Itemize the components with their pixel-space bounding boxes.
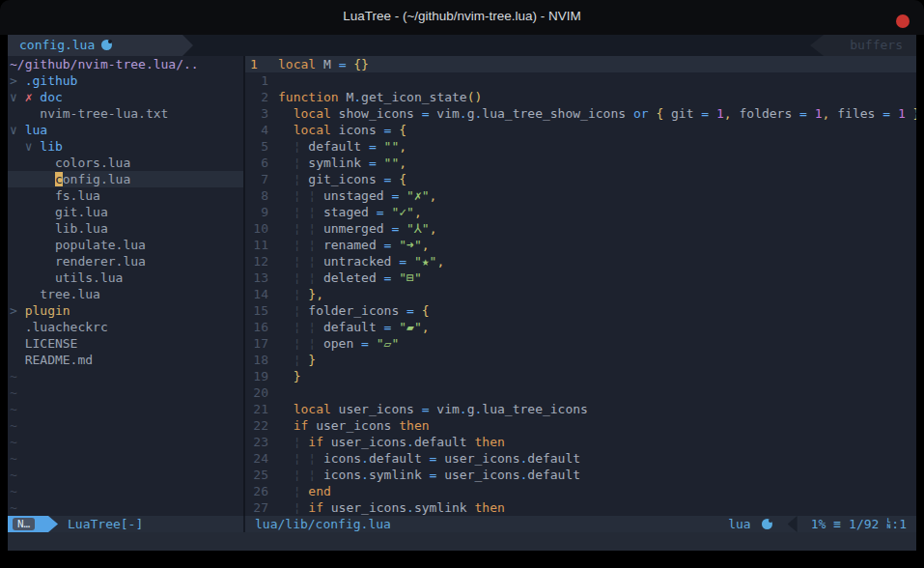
token-g: ¦ bbox=[308, 468, 316, 482]
code-line[interactable]: 1local M = {} bbox=[245, 56, 916, 72]
code-line[interactable]: 12 ¦ ¦ untracked = "★", bbox=[245, 253, 916, 270]
line-number: 17 bbox=[245, 335, 268, 352]
token-o: = bbox=[882, 106, 890, 121]
tree-item[interactable]: .luacheckrc bbox=[8, 319, 243, 335]
token-k: function bbox=[278, 90, 339, 104]
tree-item[interactable]: ∨ lib bbox=[8, 138, 243, 155]
token-i: git bbox=[663, 106, 701, 121]
token-i bbox=[414, 303, 422, 318]
token-b: { bbox=[422, 303, 430, 318]
code-line[interactable]: 1 bbox=[245, 72, 916, 89]
code-line[interactable]: 21 local user_icons = vim.g.lua_tree_ico… bbox=[245, 401, 916, 417]
token-file: .luacheckrc bbox=[10, 320, 108, 334]
code-text: ¦ ¦ icons.default = user_icons.default bbox=[278, 450, 580, 467]
token-i bbox=[278, 106, 294, 121]
code-line[interactable]: 22 if user_icons then bbox=[245, 417, 916, 434]
tab-config-lua[interactable]: config.lua bbox=[8, 35, 193, 56]
line-number: 26 bbox=[245, 483, 268, 499]
code-line[interactable]: 19 } bbox=[245, 368, 916, 384]
token-i bbox=[369, 336, 377, 351]
line-number: 6 bbox=[245, 155, 268, 171]
tree-item[interactable]: README.md bbox=[8, 352, 243, 368]
code-line[interactable]: 9 ¦ ¦ staged = "✓", bbox=[245, 204, 916, 220]
code-text: local user_icons = vim.g.lua_tree_icons bbox=[278, 401, 588, 417]
token-i bbox=[890, 106, 898, 121]
tree-item[interactable]: > plugin bbox=[8, 302, 243, 319]
app-window: LuaTree - (~/github/nvim-tree.lua) - NVI… bbox=[0, 0, 924, 568]
code-text: ¦ default = "", bbox=[278, 138, 406, 155]
code-line[interactable]: 10 ¦ ¦ unmerged = "⅄", bbox=[245, 220, 916, 237]
code-line[interactable]: 18 ¦ } bbox=[245, 352, 916, 368]
tree-item[interactable]: fs.lua bbox=[8, 187, 243, 204]
buffers-section[interactable]: buffers bbox=[810, 35, 916, 56]
tab-label: config.lua bbox=[19, 38, 95, 52]
token-i bbox=[278, 500, 294, 515]
code-line[interactable]: 26 ¦ end bbox=[245, 483, 916, 499]
code-line[interactable]: 17 ¦ ¦ open = "▱" bbox=[245, 335, 916, 352]
code-line[interactable]: 25 ¦ ¦ icons.symlink = user_icons.defaul… bbox=[245, 467, 916, 483]
token-o: = bbox=[369, 156, 377, 170]
code-line[interactable]: 14 ¦ }, bbox=[245, 286, 916, 302]
tabline: config.lua buffers bbox=[8, 35, 916, 56]
tree-item[interactable]: lib.lua bbox=[8, 220, 243, 237]
token-g: ¦ bbox=[308, 451, 316, 466]
tree-item[interactable]: nvim-tree-lua.txt bbox=[8, 105, 243, 122]
tree-item[interactable]: tree.lua bbox=[8, 286, 243, 302]
close-button[interactable] bbox=[896, 14, 910, 28]
token-chev: > bbox=[10, 303, 25, 318]
tree-item[interactable]: ~/github/nvim-tree.lua/.. bbox=[8, 56, 243, 72]
token-chev: > bbox=[10, 73, 25, 88]
code-line[interactable]: 6 ¦ symlink = "", bbox=[245, 155, 916, 171]
command-line[interactable] bbox=[8, 532, 916, 551]
token-i: get_icon_state bbox=[361, 90, 467, 104]
token-b: , bbox=[422, 320, 430, 334]
token-o: = bbox=[361, 336, 369, 351]
window-titlebar[interactable]: LuaTree - (~/github/nvim-tree.lua) - NVI… bbox=[0, 0, 924, 35]
token-tilde: ~ bbox=[10, 402, 17, 416]
tree-item[interactable]: renderer.lua bbox=[8, 253, 243, 270]
code-editor-panel: 1local M = {}12function M.get_icon_state… bbox=[245, 56, 916, 516]
code-line[interactable]: 5 ¦ default = "", bbox=[245, 138, 916, 155]
token-s: "✗" bbox=[406, 188, 429, 203]
token-g: ¦ bbox=[308, 320, 316, 334]
token-i: staged bbox=[316, 205, 377, 219]
tree-item[interactable]: populate.lua bbox=[8, 237, 243, 253]
tree-item[interactable]: config.lua bbox=[8, 171, 243, 187]
token-o: . bbox=[361, 451, 369, 466]
token-i: unstaged bbox=[316, 188, 391, 203]
code-line[interactable]: 7 ¦ git_icons = { bbox=[245, 171, 916, 187]
code-line[interactable]: 2function M.get_icon_state() bbox=[245, 89, 916, 105]
empty-line-tilde: ~ bbox=[8, 467, 243, 483]
code-line[interactable]: 13 ¦ ¦ deleted = "⊟" bbox=[245, 270, 916, 286]
token-file: fs.lua bbox=[10, 188, 100, 203]
tree-item[interactable]: colors.lua bbox=[8, 155, 243, 171]
code-line[interactable]: 20 bbox=[245, 384, 916, 401]
statusline-left: N… LuaTree[-] bbox=[8, 516, 245, 532]
tree-item[interactable]: ∨ ✗ doc bbox=[8, 89, 243, 105]
code-text: ¦ ¦ default = "▰", bbox=[278, 319, 430, 335]
token-o: or bbox=[633, 106, 649, 121]
tree-item[interactable]: git.lua bbox=[8, 204, 243, 220]
tree-item[interactable]: LICENSE bbox=[8, 335, 243, 352]
tree-item[interactable]: > .github bbox=[8, 72, 243, 89]
tree-item[interactable]: utils.lua bbox=[8, 270, 243, 286]
code-text: ¦ } bbox=[278, 352, 316, 368]
token-chev: ∨ bbox=[25, 139, 41, 154]
code-line[interactable]: 15 ¦ folder_icons = { bbox=[245, 302, 916, 319]
code-line[interactable]: 11 ¦ ¦ renamed = "➜", bbox=[245, 237, 916, 253]
code-line[interactable]: 27 ¦ if user_icons.symlink then bbox=[245, 499, 916, 516]
line-number: 10 bbox=[245, 220, 268, 237]
token-i bbox=[278, 451, 294, 466]
code-line[interactable]: 8 ¦ ¦ unstaged = "✗", bbox=[245, 187, 916, 204]
tree-item[interactable]: ∨ lua bbox=[8, 122, 243, 138]
token-i bbox=[406, 254, 414, 269]
token-g: ¦ bbox=[308, 188, 316, 203]
code-line[interactable]: 24 ¦ ¦ icons.default = user_icons.defaul… bbox=[245, 450, 916, 467]
code-line[interactable]: 4 local icons = { bbox=[245, 122, 916, 138]
code-line[interactable]: 23 ¦ if user_icons.default then bbox=[245, 434, 916, 450]
token-b: , bbox=[414, 205, 422, 219]
code-text: ¦ ¦ open = "▱" bbox=[278, 335, 399, 352]
code-line[interactable]: 3 local show_icons = vim.g.lua_tree_show… bbox=[245, 105, 916, 122]
empty-line-tilde: ~ bbox=[8, 417, 243, 434]
code-line[interactable]: 16 ¦ ¦ default = "▰", bbox=[245, 319, 916, 335]
